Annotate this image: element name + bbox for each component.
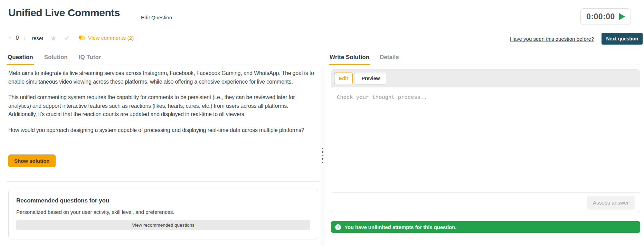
question-page: Unified Live Comments Edit Question 0:00… — [0, 0, 644, 246]
drag-dots-icon — [322, 155, 323, 156]
arrow-up-icon[interactable]: ↑ — [8, 35, 12, 41]
divider — [7, 181, 320, 182]
editor-preview-tab[interactable]: Preview — [355, 73, 386, 84]
tab-iq-tutor[interactable]: IQ Tutor — [78, 54, 102, 65]
view-recommended-button[interactable]: View recommended questions — [16, 220, 310, 230]
tab-question[interactable]: Question — [7, 54, 34, 65]
view-comments-link[interactable]: View comments (2) — [79, 35, 134, 41]
next-question-button[interactable]: Next question — [602, 33, 643, 45]
drag-dots-icon — [322, 151, 323, 153]
vote-bar: ↑ 0 ↓ reset ★ ✓ View comments (2) — [8, 34, 134, 42]
left-tab-bar: Question Solution IQ Tutor — [7, 54, 320, 65]
reset-link[interactable]: reset — [32, 35, 43, 41]
drag-dots-icon — [322, 158, 323, 160]
panel-resize-handle[interactable] — [321, 65, 324, 246]
recommended-questions-card: Recommended questions for you Personaliz… — [8, 189, 318, 239]
checkmark-icon[interactable]: ✓ — [64, 35, 70, 41]
header-right-actions: Have you seen this question before? Next… — [510, 33, 643, 45]
info-icon: i — [335, 224, 341, 230]
question-body: Meta aims to integrate its live streamin… — [8, 69, 317, 142]
chat-bubbles-icon — [79, 35, 85, 41]
play-icon[interactable] — [619, 13, 625, 20]
solution-textarea[interactable] — [331, 87, 640, 192]
page-title: Unified Live Comments — [8, 7, 120, 19]
attempts-notice-banner: i You have unlimited attempts for this q… — [331, 221, 640, 233]
recommended-subtitle: Personalized based on your user activity… — [16, 209, 310, 215]
question-paragraph: How would you approach designing a syste… — [8, 126, 317, 135]
timer-widget: 0:00:00 — [580, 8, 631, 25]
view-comments-label: View comments (2) — [88, 35, 134, 41]
solution-editor: Edit Preview Assess answer — [331, 69, 640, 213]
editor-edit-tab[interactable]: Edit — [334, 73, 353, 84]
tab-solution[interactable]: Solution — [44, 54, 68, 65]
star-icon[interactable]: ★ — [50, 35, 57, 42]
question-paragraph: Meta aims to integrate its live streamin… — [8, 69, 317, 86]
editor-toolbar: Edit Preview — [331, 69, 640, 87]
tab-write-solution[interactable]: Write Solution — [329, 54, 370, 65]
assess-answer-button[interactable]: Assess answer — [587, 196, 635, 210]
right-tab-bar: Write Solution Details — [329, 54, 640, 65]
drag-dots-icon — [322, 148, 323, 149]
arrow-down-icon[interactable]: ↓ — [23, 35, 26, 41]
recommended-title: Recommended questions for you — [16, 197, 310, 204]
edit-question-link[interactable]: Edit Question — [141, 15, 172, 20]
tab-details[interactable]: Details — [379, 54, 400, 65]
attempts-notice-text: You have unlimited attempts for this que… — [344, 224, 456, 230]
seen-before-link[interactable]: Have you seen this question before? — [510, 36, 594, 42]
editor-footer: Assess answer — [331, 192, 640, 213]
show-solution-button[interactable]: Show solution — [8, 154, 56, 167]
drag-dots-icon — [322, 162, 323, 163]
vote-count: 0 — [16, 35, 19, 41]
editor-area — [331, 87, 640, 192]
question-paragraph: This unified commenting system requires … — [8, 93, 317, 119]
timer-value: 0:00:00 — [586, 12, 615, 21]
